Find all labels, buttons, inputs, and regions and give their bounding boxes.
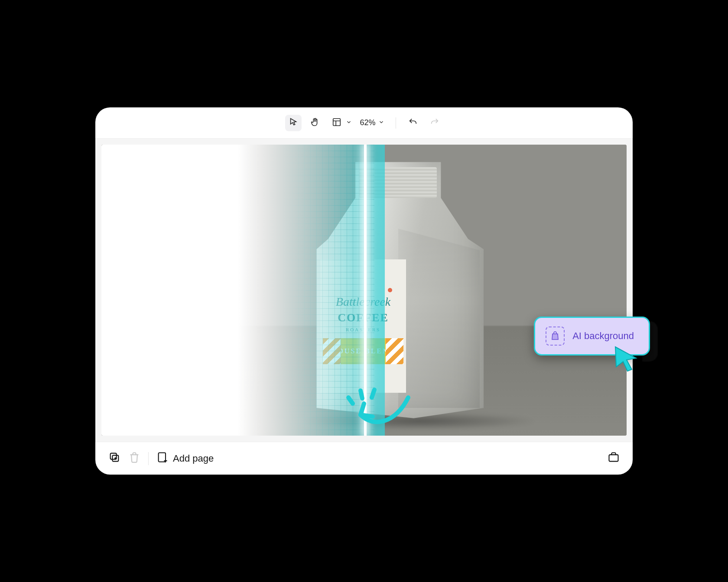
duplicate-icon (108, 451, 120, 466)
trash-icon (128, 451, 140, 466)
ai-background-label: AI background (572, 330, 634, 342)
hand-icon (310, 117, 320, 129)
canvas-area: Battlecreek COFFEE ROASTERS HOUSE BLEND (95, 139, 633, 442)
scan-grid-overlay (280, 145, 374, 436)
svg-rect-0 (333, 118, 341, 126)
hand-tool-button[interactable] (307, 115, 323, 131)
canvas[interactable]: Battlecreek COFFEE ROASTERS HOUSE BLEND (101, 145, 627, 436)
toolbar-divider (396, 117, 396, 129)
undo-button[interactable] (405, 115, 421, 131)
present-button[interactable] (608, 451, 620, 466)
label-dot-icon (388, 288, 392, 292)
redo-button[interactable] (426, 115, 443, 131)
duplicate-page-button[interactable] (108, 451, 120, 466)
bottom-divider (148, 452, 149, 465)
pointer-cursor-icon (611, 343, 641, 374)
top-toolbar: 62% (95, 107, 633, 139)
redo-icon (430, 117, 439, 129)
undo-icon (408, 117, 418, 129)
bottom-bar: Add page (95, 442, 633, 475)
add-page-label: Add page (173, 453, 214, 464)
svg-rect-4 (609, 455, 618, 461)
select-tool-button[interactable] (285, 115, 302, 131)
layout-button[interactable] (328, 115, 345, 131)
compare-slider-handle[interactable] (364, 145, 367, 436)
chevron-down-icon (378, 118, 384, 127)
layout-dropdown[interactable] (328, 115, 352, 131)
shopping-bag-icon (546, 327, 565, 346)
bag-crease (398, 229, 480, 408)
add-page-button[interactable]: Add page (156, 451, 214, 466)
chevron-down-icon (346, 119, 352, 127)
delete-page-button[interactable] (128, 451, 140, 466)
zoom-dropdown[interactable]: 62% (357, 118, 387, 127)
add-page-icon (156, 451, 169, 466)
ai-background-chip-wrap: AI background (534, 317, 650, 356)
cursor-icon (289, 117, 298, 129)
editor-window: 62% (95, 107, 633, 475)
zoom-value: 62% (360, 118, 375, 127)
present-icon (608, 451, 620, 466)
layout-grid-icon (332, 117, 341, 129)
